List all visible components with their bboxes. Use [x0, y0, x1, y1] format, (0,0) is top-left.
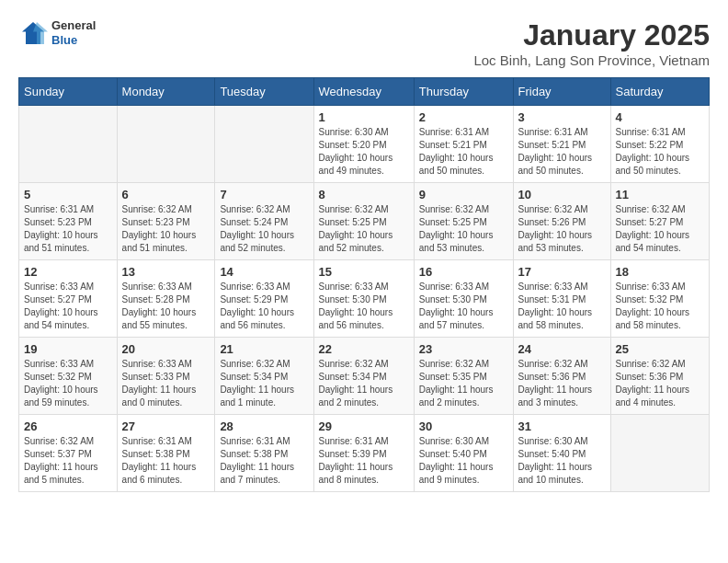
day-cell	[215, 106, 313, 183]
day-number: 1	[319, 110, 409, 124]
weekday-header-monday: Monday	[117, 78, 215, 106]
day-cell: 26Sunrise: 6:32 AM Sunset: 5:37 PM Dayli…	[19, 415, 118, 492]
day-info: Sunrise: 6:33 AM Sunset: 5:33 PM Dayligh…	[122, 358, 210, 409]
day-number: 19	[24, 342, 112, 356]
day-info: Sunrise: 6:32 AM Sunset: 5:36 PM Dayligh…	[518, 358, 606, 409]
day-cell: 18Sunrise: 6:33 AM Sunset: 5:32 PM Dayli…	[610, 260, 710, 338]
weekday-header-saturday: Saturday	[610, 78, 710, 106]
day-cell: 2Sunrise: 6:31 AM Sunset: 5:21 PM Daylig…	[414, 106, 513, 183]
day-info: Sunrise: 6:32 AM Sunset: 5:24 PM Dayligh…	[220, 203, 308, 255]
day-cell: 17Sunrise: 6:33 AM Sunset: 5:31 PM Dayli…	[513, 260, 610, 338]
day-info: Sunrise: 6:31 AM Sunset: 5:39 PM Dayligh…	[319, 435, 409, 487]
day-cell: 1Sunrise: 6:30 AM Sunset: 5:20 PM Daylig…	[313, 106, 414, 183]
calendar-table: SundayMondayTuesdayWednesdayThursdayFrid…	[18, 77, 710, 492]
day-cell: 7Sunrise: 6:32 AM Sunset: 5:24 PM Daylig…	[215, 183, 313, 260]
calendar-subtitle: Loc Binh, Lang Son Province, Vietnam	[473, 52, 710, 68]
day-number: 31	[518, 419, 606, 433]
day-cell	[19, 106, 118, 183]
day-cell: 25Sunrise: 6:32 AM Sunset: 5:36 PM Dayli…	[610, 338, 710, 415]
day-number: 8	[319, 188, 409, 201]
day-cell: 19Sunrise: 6:33 AM Sunset: 5:32 PM Dayli…	[19, 338, 118, 415]
day-info: Sunrise: 6:32 AM Sunset: 5:26 PM Dayligh…	[518, 203, 606, 255]
day-number: 12	[24, 265, 112, 279]
day-number: 29	[319, 419, 409, 433]
day-info: Sunrise: 6:31 AM Sunset: 5:38 PM Dayligh…	[220, 435, 308, 487]
weekday-row: SundayMondayTuesdayWednesdayThursdayFrid…	[19, 78, 710, 106]
week-row-2: 5Sunrise: 6:31 AM Sunset: 5:23 PM Daylig…	[19, 183, 710, 260]
day-cell: 16Sunrise: 6:33 AM Sunset: 5:30 PM Dayli…	[414, 260, 513, 338]
day-number: 13	[122, 265, 210, 279]
day-info: Sunrise: 6:33 AM Sunset: 5:32 PM Dayligh…	[24, 358, 112, 409]
day-number: 2	[419, 110, 508, 124]
calendar-header: SundayMondayTuesdayWednesdayThursdayFrid…	[19, 78, 710, 106]
day-info: Sunrise: 6:32 AM Sunset: 5:34 PM Dayligh…	[319, 358, 409, 409]
calendar-body: 1Sunrise: 6:30 AM Sunset: 5:20 PM Daylig…	[19, 106, 710, 492]
day-number: 7	[220, 188, 308, 201]
day-number: 26	[24, 419, 112, 433]
week-row-1: 1Sunrise: 6:30 AM Sunset: 5:20 PM Daylig…	[19, 106, 710, 183]
day-cell: 9Sunrise: 6:32 AM Sunset: 5:25 PM Daylig…	[414, 183, 513, 260]
day-info: Sunrise: 6:31 AM Sunset: 5:21 PM Dayligh…	[419, 126, 508, 178]
day-cell: 6Sunrise: 6:32 AM Sunset: 5:23 PM Daylig…	[117, 183, 215, 260]
calendar-title: January 2025	[473, 18, 710, 52]
weekday-header-sunday: Sunday	[19, 78, 118, 106]
weekday-header-thursday: Thursday	[414, 78, 513, 106]
day-cell: 20Sunrise: 6:33 AM Sunset: 5:33 PM Dayli…	[117, 338, 215, 415]
day-cell: 29Sunrise: 6:31 AM Sunset: 5:39 PM Dayli…	[313, 415, 414, 492]
weekday-header-tuesday: Tuesday	[215, 78, 313, 106]
day-info: Sunrise: 6:33 AM Sunset: 5:30 PM Dayligh…	[419, 281, 508, 332]
day-number: 22	[319, 342, 409, 356]
day-cell: 13Sunrise: 6:33 AM Sunset: 5:28 PM Dayli…	[117, 260, 215, 338]
day-number: 18	[616, 265, 705, 279]
day-info: Sunrise: 6:31 AM Sunset: 5:23 PM Dayligh…	[24, 203, 112, 255]
day-cell	[117, 106, 215, 183]
day-number: 9	[419, 188, 508, 201]
day-info: Sunrise: 6:32 AM Sunset: 5:36 PM Dayligh…	[616, 358, 705, 409]
day-info: Sunrise: 6:32 AM Sunset: 5:25 PM Dayligh…	[319, 203, 409, 255]
day-info: Sunrise: 6:30 AM Sunset: 5:20 PM Dayligh…	[319, 126, 409, 178]
day-info: Sunrise: 6:32 AM Sunset: 5:37 PM Dayligh…	[24, 435, 112, 487]
logo: General Blue	[18, 18, 96, 48]
day-info: Sunrise: 6:33 AM Sunset: 5:32 PM Dayligh…	[616, 281, 705, 332]
day-info: Sunrise: 6:33 AM Sunset: 5:29 PM Dayligh…	[220, 281, 308, 332]
logo-text: General Blue	[51, 18, 96, 47]
day-number: 23	[419, 342, 508, 356]
week-row-5: 26Sunrise: 6:32 AM Sunset: 5:37 PM Dayli…	[19, 415, 710, 492]
day-cell: 15Sunrise: 6:33 AM Sunset: 5:30 PM Dayli…	[313, 260, 414, 338]
logo-blue: Blue	[51, 33, 96, 48]
day-cell: 12Sunrise: 6:33 AM Sunset: 5:27 PM Dayli…	[19, 260, 118, 338]
week-row-3: 12Sunrise: 6:33 AM Sunset: 5:27 PM Dayli…	[19, 260, 710, 338]
day-info: Sunrise: 6:30 AM Sunset: 5:40 PM Dayligh…	[419, 435, 508, 487]
day-cell: 28Sunrise: 6:31 AM Sunset: 5:38 PM Dayli…	[215, 415, 313, 492]
weekday-header-wednesday: Wednesday	[313, 78, 414, 106]
day-info: Sunrise: 6:31 AM Sunset: 5:21 PM Dayligh…	[518, 126, 606, 178]
day-cell: 5Sunrise: 6:31 AM Sunset: 5:23 PM Daylig…	[19, 183, 118, 260]
day-number: 6	[122, 188, 210, 201]
day-cell: 27Sunrise: 6:31 AM Sunset: 5:38 PM Dayli…	[117, 415, 215, 492]
page-header: General Blue January 2025 Loc Binh, Lang…	[18, 18, 710, 68]
day-cell: 11Sunrise: 6:32 AM Sunset: 5:27 PM Dayli…	[610, 183, 710, 260]
day-number: 20	[122, 342, 210, 356]
day-number: 5	[24, 188, 112, 201]
day-number: 24	[518, 342, 606, 356]
day-cell: 22Sunrise: 6:32 AM Sunset: 5:34 PM Dayli…	[313, 338, 414, 415]
day-cell: 8Sunrise: 6:32 AM Sunset: 5:25 PM Daylig…	[313, 183, 414, 260]
day-number: 4	[616, 110, 705, 124]
day-cell: 3Sunrise: 6:31 AM Sunset: 5:21 PM Daylig…	[513, 106, 610, 183]
day-cell: 24Sunrise: 6:32 AM Sunset: 5:36 PM Dayli…	[513, 338, 610, 415]
weekday-header-friday: Friday	[513, 78, 610, 106]
day-cell: 14Sunrise: 6:33 AM Sunset: 5:29 PM Dayli…	[215, 260, 313, 338]
day-number: 25	[616, 342, 705, 356]
day-cell: 31Sunrise: 6:30 AM Sunset: 5:40 PM Dayli…	[513, 415, 610, 492]
day-cell: 10Sunrise: 6:32 AM Sunset: 5:26 PM Dayli…	[513, 183, 610, 260]
day-cell: 30Sunrise: 6:30 AM Sunset: 5:40 PM Dayli…	[414, 415, 513, 492]
day-cell: 4Sunrise: 6:31 AM Sunset: 5:22 PM Daylig…	[610, 106, 710, 183]
day-number: 10	[518, 188, 606, 201]
day-info: Sunrise: 6:33 AM Sunset: 5:31 PM Dayligh…	[518, 281, 606, 332]
logo-icon	[18, 18, 48, 48]
day-info: Sunrise: 6:33 AM Sunset: 5:28 PM Dayligh…	[122, 281, 210, 332]
day-info: Sunrise: 6:32 AM Sunset: 5:35 PM Dayligh…	[419, 358, 508, 409]
day-number: 17	[518, 265, 606, 279]
day-info: Sunrise: 6:32 AM Sunset: 5:27 PM Dayligh…	[616, 203, 705, 255]
day-info: Sunrise: 6:32 AM Sunset: 5:25 PM Dayligh…	[419, 203, 508, 255]
